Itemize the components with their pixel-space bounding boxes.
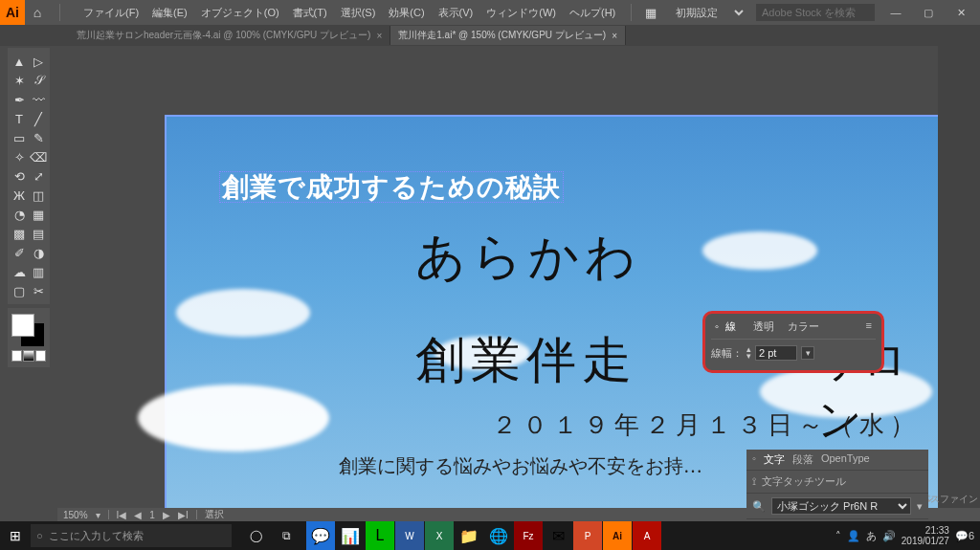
cortana-icon[interactable]: ◯ — [241, 521, 270, 550]
app-icon[interactable]: Ai — [0, 0, 25, 25]
taskbar-app[interactable]: A — [633, 521, 661, 550]
layout-icon[interactable]: ▦ — [641, 3, 660, 22]
gradient-icon[interactable]: ▤ — [29, 224, 48, 243]
line-tool-icon[interactable]: ╱ — [29, 109, 48, 128]
menu-file[interactable]: ファイル(F) — [78, 2, 145, 24]
pen-tool-icon[interactable]: ✒ — [10, 90, 29, 109]
brush-tool-icon[interactable]: ✎ — [29, 128, 48, 147]
menu-select[interactable]: 選択(S) — [335, 2, 382, 24]
graph-icon[interactable]: ▥ — [29, 262, 48, 281]
tray-people-icon[interactable]: 👤 — [847, 530, 860, 542]
menu-edit[interactable]: 編集(E) — [146, 2, 193, 24]
artwork-subline[interactable]: 創業に関する悩みやお悩みや不安をお持… — [339, 453, 702, 479]
slice-icon[interactable]: ✂ — [29, 281, 48, 300]
curvature-icon[interactable]: 〰 — [29, 90, 48, 109]
home-icon[interactable]: ⌂ — [25, 5, 50, 20]
rect-tool-icon[interactable]: ▭ — [10, 128, 29, 147]
doc-tab-1[interactable]: 荒川起業サロンheader元画像-4.ai @ 100% (CMYK/GPU プ… — [69, 26, 390, 45]
gradient-mode-icon[interactable] — [23, 350, 33, 362]
menu-view[interactable]: 表示(V) — [433, 2, 479, 24]
eyedropper-icon[interactable]: ✐ — [10, 243, 29, 262]
artwork-line1[interactable]: あらかわ — [415, 224, 641, 291]
artwork-line2[interactable]: 創業伴走 — [415, 327, 637, 394]
nav-next-icon[interactable]: ▶ — [163, 510, 170, 520]
magic-wand-icon[interactable]: ✶ — [10, 71, 29, 90]
stroke-tab[interactable]: ◦ 線 — [711, 318, 744, 336]
chevron-down-icon[interactable]: ▾ — [917, 500, 923, 513]
touch-type-tool[interactable]: ⟟ 文字タッチツール — [746, 471, 928, 494]
adobe-stock-search[interactable] — [756, 4, 875, 21]
menu-effect[interactable]: 効果(C) — [383, 2, 430, 24]
type-tool-icon[interactable]: T — [10, 109, 29, 128]
lasso-icon[interactable]: 𝒮 — [29, 71, 48, 90]
taskbar-app[interactable]: ✉ — [544, 521, 572, 550]
taskbar-app[interactable]: Fz — [514, 521, 543, 550]
right-panel-strip[interactable] — [938, 25, 980, 521]
artboard-icon[interactable]: ▢ — [10, 281, 29, 300]
panel-menu-icon[interactable]: ≡ — [862, 318, 876, 336]
workspace-dropdown[interactable]: 初期設定 — [668, 4, 746, 21]
shape-builder-icon[interactable]: ◔ — [10, 205, 29, 224]
menu-type[interactable]: 書式(T) — [287, 2, 333, 24]
transparency-tab[interactable]: 透明 — [749, 318, 778, 336]
close-icon[interactable]: × — [376, 31, 382, 41]
opentype-tab[interactable]: OpenType — [821, 452, 870, 467]
notification-icon[interactable]: 💬6 — [955, 530, 974, 542]
fill-swatch[interactable] — [11, 314, 34, 337]
start-button[interactable]: ⊞ — [0, 521, 31, 550]
menu-window[interactable]: ウィンドウ(W) — [480, 2, 562, 24]
taskbar-app[interactable]: 📁 — [455, 521, 483, 550]
taskbar-app[interactable]: P — [573, 521, 602, 550]
taskbar-app-ai[interactable]: Ai — [603, 521, 632, 550]
taskbar-app[interactable]: W — [395, 521, 424, 550]
nav-first-icon[interactable]: I◀ — [117, 510, 127, 520]
perspective-icon[interactable]: ▦ — [29, 205, 48, 224]
paragraph-tab[interactable]: 段落 — [792, 452, 813, 467]
doc-tab-2[interactable]: 荒川伴走1.ai* @ 150% (CMYK/GPU プレビュー) × — [390, 26, 626, 45]
window-minimize[interactable]: — — [884, 6, 907, 19]
symbol-spray-icon[interactable]: ☁ — [10, 262, 29, 281]
task-view-icon[interactable]: ⧉ — [272, 521, 301, 550]
window-maximize[interactable]: ▢ — [917, 6, 940, 19]
tray-chevron-icon[interactable]: ˄ — [835, 530, 841, 542]
tray-network-icon[interactable]: 🔊 — [882, 530, 896, 542]
char-tab[interactable]: 文字 — [764, 452, 785, 467]
color-tab[interactable]: カラー — [784, 318, 823, 336]
zoom-level[interactable]: 150% — [63, 510, 88, 520]
menu-help[interactable]: ヘルプ(H) — [564, 2, 621, 24]
taskbar-app[interactable]: 📊 — [336, 521, 365, 550]
close-icon[interactable]: × — [612, 31, 617, 41]
selection-tool-icon[interactable]: ▲ — [10, 52, 29, 71]
rotate-icon[interactable]: ⟲ — [10, 166, 29, 186]
taskbar-clock[interactable]: 21:33 2019/01/27 — [902, 525, 949, 546]
taskbar-search[interactable]: ○ ここに入力して検索 — [31, 524, 232, 547]
nav-last-icon[interactable]: ▶I — [178, 510, 189, 520]
canvas[interactable]: 創業で成功するための秘訣 あらかわ 創業伴走 サロン ２０１９年２月１３日～（水… — [57, 48, 980, 508]
chevron-down-icon[interactable]: ▾ — [801, 346, 814, 360]
headline-white-text[interactable]: 創業で成功するための秘訣 — [219, 169, 564, 206]
nav-prev-icon[interactable]: ◀ — [134, 510, 142, 520]
mesh-icon[interactable]: ▩ — [10, 224, 29, 243]
taskbar-app[interactable]: X — [425, 521, 454, 550]
taskbar-app[interactable]: 💬 — [306, 521, 335, 550]
blend-icon[interactable]: ◑ — [29, 243, 48, 262]
chevron-down-icon[interactable]: ▾ — [96, 510, 100, 520]
ime-indicator[interactable]: あ — [866, 529, 877, 543]
artwork-date[interactable]: ２０１９年２月１３日～（水） — [492, 408, 921, 442]
none-mode-icon[interactable] — [35, 350, 46, 362]
window-close[interactable]: ✕ — [949, 6, 972, 19]
width-icon[interactable]: Ж — [10, 186, 29, 205]
scale-icon[interactable]: ⤢ — [29, 166, 48, 186]
free-transform-icon[interactable]: ◫ — [29, 186, 48, 205]
font-family-select[interactable]: 小塚ゴシック Pr6N R — [771, 497, 911, 515]
eraser-icon[interactable]: ⌫ — [29, 147, 48, 166]
color-mode-icon[interactable] — [11, 350, 22, 362]
direct-select-icon[interactable]: ▷ — [29, 52, 48, 71]
char-panel-collapse-icon[interactable]: ◦ — [752, 452, 756, 467]
menu-object[interactable]: オブジェクト(O) — [195, 2, 285, 24]
shaper-icon[interactable]: ✧ — [10, 147, 29, 166]
stroke-weight-input[interactable] — [755, 345, 797, 361]
taskbar-app[interactable]: 🌐 — [484, 521, 513, 550]
taskbar-app[interactable]: L — [366, 521, 394, 550]
stepper-icon[interactable]: ▴▾ — [746, 346, 751, 360]
